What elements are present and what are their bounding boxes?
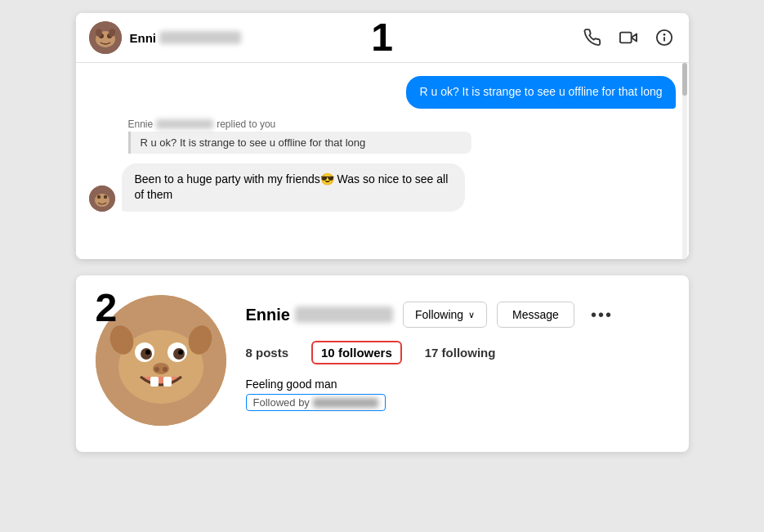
following-stat: 17 following xyxy=(425,346,496,360)
chevron-down-icon: ∨ xyxy=(468,310,475,320)
svg-rect-23 xyxy=(150,377,159,387)
profile-top-row: Ennie Following ∨ Message ••• xyxy=(246,302,669,328)
posts-label: posts xyxy=(256,346,288,360)
following-count: 17 xyxy=(425,346,439,360)
svg-point-13 xyxy=(96,195,100,199)
chat-window: Enni 1 xyxy=(76,13,689,259)
chat-header-icons xyxy=(581,26,676,49)
message-button[interactable]: Message xyxy=(497,302,574,328)
followers-stat[interactable]: 10 followers xyxy=(311,341,402,364)
profile-info: Ennie Following ∨ Message ••• 8 posts 10 xyxy=(246,295,669,411)
following-label: Following xyxy=(415,308,463,321)
chat-avatar xyxy=(89,21,122,54)
profile-name: Ennie xyxy=(246,306,393,324)
incoming-message-row: Been to a huge party with my friends😎 Wa… xyxy=(89,163,676,212)
chat-name: Enni xyxy=(130,31,157,45)
followers-count: 10 xyxy=(321,346,335,360)
phone-icon[interactable] xyxy=(581,26,604,49)
section-number-1: 1 xyxy=(371,18,393,57)
following-label: following xyxy=(442,346,496,360)
scrollbar[interactable] xyxy=(682,63,687,259)
posts-stat: 8 posts xyxy=(246,346,289,360)
video-icon[interactable] xyxy=(617,26,640,49)
scrollbar-thumb[interactable] xyxy=(682,63,687,96)
reply-quoted-text: R u ok? It is strange to see u offline f… xyxy=(128,132,471,154)
profile-section: 2 xyxy=(76,275,689,452)
svg-point-14 xyxy=(103,195,106,199)
svg-marker-6 xyxy=(631,34,636,41)
chat-body: R u ok? It is strange to see u offline f… xyxy=(76,63,689,259)
svg-rect-24 xyxy=(163,377,172,387)
profile-name-prefix: Ennie xyxy=(246,306,290,324)
reply-header: Ennie replied to you xyxy=(128,118,676,130)
chat-name-blur xyxy=(159,31,241,44)
svg-point-21 xyxy=(145,350,150,355)
profile-content: Ennie Following ∨ Message ••• 8 posts 10 xyxy=(96,295,669,426)
incoming-message: Been to a huge party with my friends😎 Wa… xyxy=(122,163,465,212)
profile-name-blur xyxy=(295,306,393,323)
followed-by-name-blur xyxy=(313,398,378,408)
svg-rect-7 xyxy=(619,33,631,43)
svg-point-22 xyxy=(178,350,183,355)
more-options-button[interactable]: ••• xyxy=(584,302,619,328)
followed-by-label: Followed by xyxy=(253,396,310,409)
followed-by: Followed by xyxy=(246,394,386,411)
svg-point-29 xyxy=(163,367,168,372)
reply-sender-blur xyxy=(156,119,213,129)
info-icon[interactable] xyxy=(653,26,676,49)
followers-label: followers xyxy=(338,346,392,360)
profile-bio: Feeling good man Followed by xyxy=(246,378,669,411)
reply-sender-name: Ennie xyxy=(128,118,154,130)
following-button[interactable]: Following ∨ xyxy=(403,302,487,328)
bio-text: Feeling good man xyxy=(246,378,669,391)
posts-count: 8 xyxy=(246,346,252,360)
reply-context: Ennie replied to you R u ok? It is stran… xyxy=(128,118,676,154)
outgoing-message: R u ok? It is strange to see u offline f… xyxy=(406,76,675,109)
reply-to-label: replied to you xyxy=(217,118,275,130)
incoming-avatar xyxy=(89,186,115,212)
profile-stats: 8 posts 10 followers 17 following xyxy=(246,341,669,364)
svg-point-28 xyxy=(154,367,159,372)
chat-header: Enni 1 xyxy=(76,13,689,63)
section-number-2: 2 xyxy=(96,288,118,328)
